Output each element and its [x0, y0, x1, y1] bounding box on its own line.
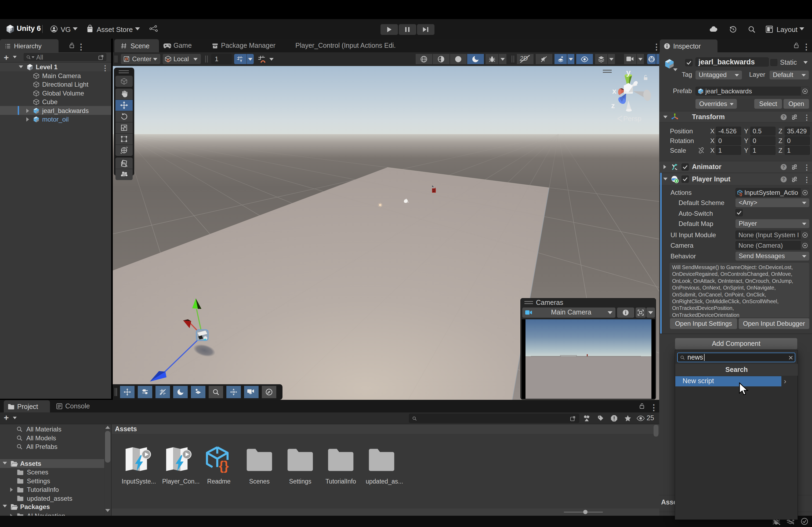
- svg-text:x: x: [612, 87, 617, 95]
- svg-text:?: ?: [782, 177, 785, 182]
- svg-text:Persp: Persp: [623, 115, 641, 123]
- svg-text:z: z: [611, 102, 615, 110]
- svg-text:{}: {}: [739, 192, 742, 196]
- svg-text:?: ?: [782, 115, 785, 119]
- svg-text:?: ?: [782, 165, 785, 169]
- svg-text:Y: Y: [240, 59, 242, 63]
- svg-text:{}: {}: [219, 458, 229, 473]
- svg-text:y: y: [626, 68, 631, 77]
